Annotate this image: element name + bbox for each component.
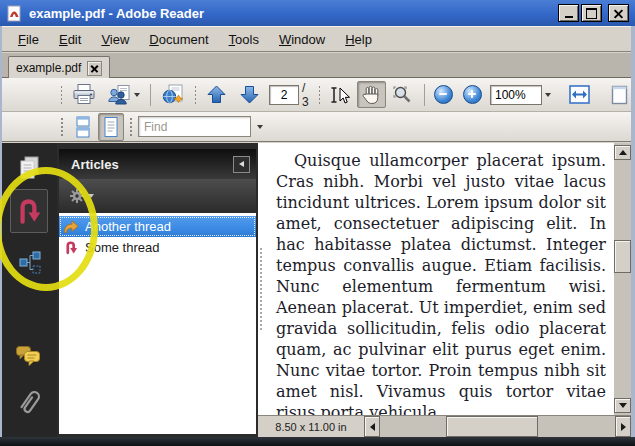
window-right-frame — [631, 26, 635, 446]
status-bar: 8.50 x 11.00 in — [258, 415, 631, 437]
minimize-icon — [565, 16, 573, 18]
zoom-marquee-button[interactable] — [388, 82, 418, 108]
collapse-panel-button[interactable] — [233, 156, 250, 173]
zoom-dropdown-caret[interactable] — [545, 93, 551, 97]
articles-panel: Articles Another thread — [57, 143, 258, 437]
find-dropdown-caret — [257, 125, 263, 129]
maximize-button[interactable] — [581, 4, 602, 22]
document-text: Quisque ullamcorper placerat ipsum. Cras… — [276, 150, 606, 415]
print-button[interactable] — [67, 80, 101, 109]
collapse-panel-icon — [239, 161, 244, 167]
vertical-scrollbar[interactable] — [614, 143, 631, 415]
zoom-in-icon — [463, 85, 482, 104]
next-page-icon — [238, 84, 261, 105]
scroll-left-icon — [370, 423, 375, 431]
zoom-level-input[interactable] — [490, 85, 542, 105]
scroll-down-icon — [619, 403, 627, 408]
scroll-down-button[interactable] — [614, 398, 631, 413]
scroll-right-button[interactable] — [615, 416, 631, 437]
previous-page-button[interactable] — [201, 81, 232, 108]
panel-splitter-grip[interactable] — [259, 247, 263, 331]
options-dropdown-caret — [88, 194, 94, 198]
create-pdf-online-button[interactable] — [156, 81, 189, 109]
comments-nav-icon — [15, 344, 41, 368]
article-item-some-thread[interactable]: Some thread — [59, 237, 256, 258]
window-controls — [558, 4, 629, 22]
fit-page-icon — [611, 85, 628, 105]
article-item-another-thread[interactable]: Another thread — [59, 216, 256, 237]
articles-nav-button[interactable] — [10, 189, 48, 233]
tab-close-icon — [91, 65, 98, 72]
hand-tool-icon — [361, 84, 382, 105]
window-title: example.pdf - Adobe Reader — [29, 6, 558, 21]
print-icon — [71, 83, 97, 106]
main-toolbar: / 3 — [2, 78, 633, 112]
hand-tool-button[interactable] — [357, 81, 386, 108]
tab-example-pdf[interactable]: example.pdf — [8, 56, 110, 79]
options-button[interactable] — [67, 186, 96, 206]
toolbar-grip[interactable] — [194, 85, 196, 105]
zoom-in-button[interactable] — [459, 82, 486, 107]
scroll-up-icon — [619, 150, 627, 155]
select-tool-button[interactable] — [325, 82, 355, 108]
find-input[interactable] — [138, 116, 251, 137]
fit-page-button[interactable] — [607, 82, 632, 108]
tab-label: example.pdf — [16, 61, 81, 75]
menu-edit[interactable]: Edit — [49, 29, 91, 50]
layers-nav-icon — [18, 250, 42, 274]
attachments-nav-button[interactable] — [15, 387, 45, 417]
menu-help[interactable]: Help — [335, 29, 382, 50]
scrolling-mode-button[interactable] — [70, 113, 96, 141]
article-thread-icon — [63, 240, 79, 256]
maximize-icon — [586, 8, 597, 19]
single-page-mode-button[interactable] — [98, 113, 124, 141]
select-tool-icon — [329, 85, 351, 105]
zoom-out-button[interactable] — [430, 82, 457, 107]
articles-panel-toolbar — [59, 179, 256, 213]
vertical-scrollbar-thumb[interactable] — [614, 240, 631, 273]
options-gear-icon — [69, 188, 85, 204]
menu-window[interactable]: Window — [269, 29, 335, 50]
horizontal-scrollbar-thumb[interactable] — [446, 416, 538, 437]
articles-nav-icon — [16, 196, 42, 226]
article-item-label: Another thread — [85, 219, 171, 234]
page-number-input[interactable] — [269, 85, 299, 105]
zoom-marquee-icon — [392, 85, 414, 105]
articles-panel-title: Articles — [59, 157, 233, 172]
find-dropdown-button[interactable] — [251, 117, 265, 136]
scroll-left-button[interactable] — [364, 416, 380, 437]
menu-view[interactable]: View — [91, 29, 139, 50]
horizontal-scrollbar[interactable] — [364, 416, 631, 437]
scroll-up-button[interactable] — [614, 145, 631, 160]
pages-nav-icon — [18, 155, 42, 183]
close-button[interactable] — [608, 4, 629, 22]
toolbar-grip[interactable] — [60, 85, 62, 105]
page-total-label: / 3 — [302, 81, 310, 109]
previous-page-icon — [205, 84, 228, 105]
minimize-button[interactable] — [558, 4, 579, 22]
comments-nav-button[interactable] — [13, 341, 43, 371]
document-page[interactable]: Quisque ullamcorper placerat ipsum. Cras… — [258, 143, 614, 415]
menu-tools[interactable]: Tools — [219, 29, 269, 50]
pdf-app-icon — [6, 5, 23, 22]
article-item-label: Some thread — [85, 240, 159, 255]
navigation-sidebar — [2, 143, 58, 437]
share-button[interactable] — [103, 81, 144, 109]
menu-file[interactable]: File — [8, 29, 49, 50]
menu-document[interactable]: Document — [139, 29, 218, 50]
page-size-label: 8.50 x 11.00 in — [258, 416, 364, 437]
pages-nav-button[interactable] — [15, 154, 45, 184]
share-dropdown-caret — [134, 93, 140, 97]
single-page-mode-icon — [102, 116, 120, 138]
toolbar-grip[interactable] — [318, 85, 320, 105]
close-icon — [614, 9, 623, 18]
titlebar: example.pdf - Adobe Reader — [0, 0, 635, 26]
tab-close-button[interactable] — [87, 61, 102, 76]
articles-list: Another thread Some thread — [59, 213, 256, 434]
toolbar-grip[interactable] — [60, 117, 65, 137]
scroll-right-icon — [621, 423, 626, 431]
fit-width-button[interactable] — [565, 82, 594, 107]
toolbar-grip[interactable] — [129, 117, 134, 137]
next-page-button[interactable] — [234, 81, 265, 108]
layers-nav-button[interactable] — [15, 247, 45, 277]
